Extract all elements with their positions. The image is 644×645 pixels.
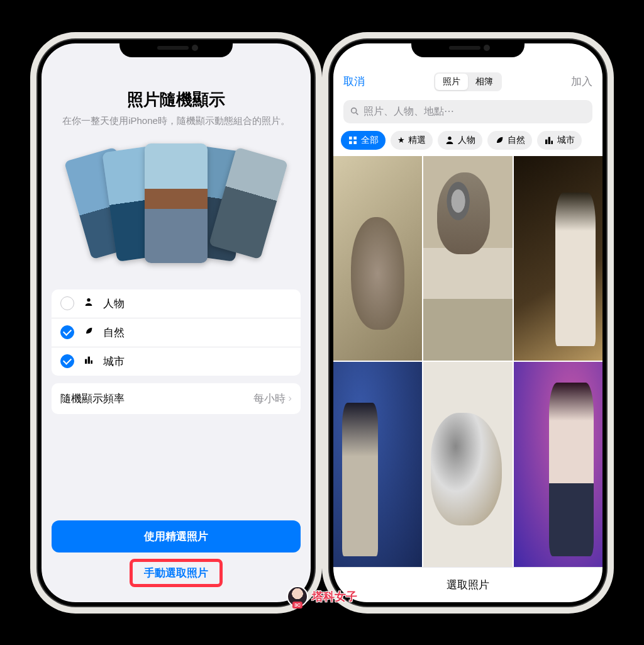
segment-albums[interactable]: 相簿 [468,74,501,90]
watermark: 3C 塔科女子 [287,586,357,607]
photo-fan-preview [63,138,289,277]
search-icon [350,106,360,116]
city-icon [544,135,554,145]
photo-thumbnail[interactable] [423,156,512,361]
option-nature[interactable]: 自然 [52,318,301,347]
page-subtitle: 在你一整天使用iPhone時，隨機顯示動態組合的照片。 [59,115,293,127]
cancel-button[interactable]: 取消 [343,74,365,89]
picker-navbar: 取消 照片 相簿 加入 [333,69,602,95]
photo-thumbnail[interactable] [514,362,602,567]
watermark-badge: 3C [292,602,303,609]
page-title: 照片隨機顯示 [42,89,311,111]
filter-city[interactable]: 城市 [537,131,582,150]
svg-rect-1 [85,359,87,363]
photo-thumbnail[interactable] [514,156,602,361]
filter-featured[interactable]: ★ 精選 [391,131,433,150]
watermark-text: 塔科女子 [312,589,357,604]
preview-card [145,143,208,263]
notch [119,40,233,57]
filter-nature[interactable]: 自然 [487,131,532,150]
option-label: 自然 [103,325,125,340]
chevron-right-icon: › [288,392,292,405]
frequency-value: 每小時 › [253,391,292,406]
picker-footer: 選取照片 [333,567,602,602]
grid-icon [348,135,358,145]
leaf-icon [82,326,96,339]
filter-pills: 全部 ★ 精選 人物 自然 城市 [333,128,602,156]
svg-point-4 [352,108,357,113]
manual-select-highlight: 手動選取照片 [130,559,223,587]
svg-line-5 [356,113,358,115]
segmented-control[interactable]: 照片 相簿 [434,72,502,91]
photo-thumbnail[interactable] [333,156,422,361]
person-icon [82,297,96,310]
phone-left: 照片隨機顯示 在你一整天使用iPhone時，隨機顯示動態組合的照片。 人物 [38,40,314,606]
svg-rect-13 [551,140,553,143]
svg-rect-12 [548,137,550,143]
star-icon: ★ [397,135,405,145]
svg-point-0 [87,298,90,301]
option-label: 城市 [103,354,125,369]
radio-unchecked-icon [60,296,74,310]
manual-select-button[interactable]: 手動選取照片 [144,567,208,579]
person-icon [445,135,455,145]
leaf-icon [494,135,504,145]
phone-right: 取消 照片 相簿 加入 照片、人物、地點⋯ 全部 ★ 精選 人物 [330,40,606,606]
filter-people[interactable]: 人物 [438,131,482,150]
screen-shuffle-settings: 照片隨機顯示 在你一整天使用iPhone時，隨機顯示動態組合的照片。 人物 [42,43,311,602]
frequency-label: 隨機顯示頻率 [60,391,125,406]
notch [411,40,525,57]
city-icon [82,355,96,368]
radio-checked-icon [60,354,74,368]
option-city[interactable]: 城市 [52,347,301,376]
svg-rect-8 [349,141,352,144]
watermark-avatar: 3C [287,586,308,607]
svg-rect-11 [545,139,547,143]
photo-thumbnail[interactable] [333,362,422,567]
option-people[interactable]: 人物 [52,289,301,318]
svg-rect-3 [91,360,92,363]
photo-grid [333,156,602,567]
segment-photos[interactable]: 照片 [435,74,468,90]
svg-rect-6 [349,137,352,140]
add-button[interactable]: 加入 [571,74,592,89]
category-options: 人物 自然 城市 [52,289,301,376]
screen-photo-picker: 取消 照片 相簿 加入 照片、人物、地點⋯ 全部 ★ 精選 人物 [333,43,602,602]
search-input[interactable]: 照片、人物、地點⋯ [343,100,592,123]
search-placeholder: 照片、人物、地點⋯ [364,105,454,118]
svg-rect-7 [353,137,357,140]
svg-rect-9 [353,141,357,144]
radio-checked-icon [60,325,74,339]
svg-rect-2 [88,356,90,363]
use-featured-button[interactable]: 使用精選照片 [52,520,301,552]
option-label: 人物 [103,296,125,311]
photo-thumbnail[interactable] [423,362,512,567]
bottom-actions: 使用精選照片 手動選取照片 [52,520,301,587]
svg-point-10 [448,137,451,140]
filter-all[interactable]: 全部 [341,131,386,150]
shuffle-frequency-row[interactable]: 隨機顯示頻率 每小時 › [52,383,301,414]
